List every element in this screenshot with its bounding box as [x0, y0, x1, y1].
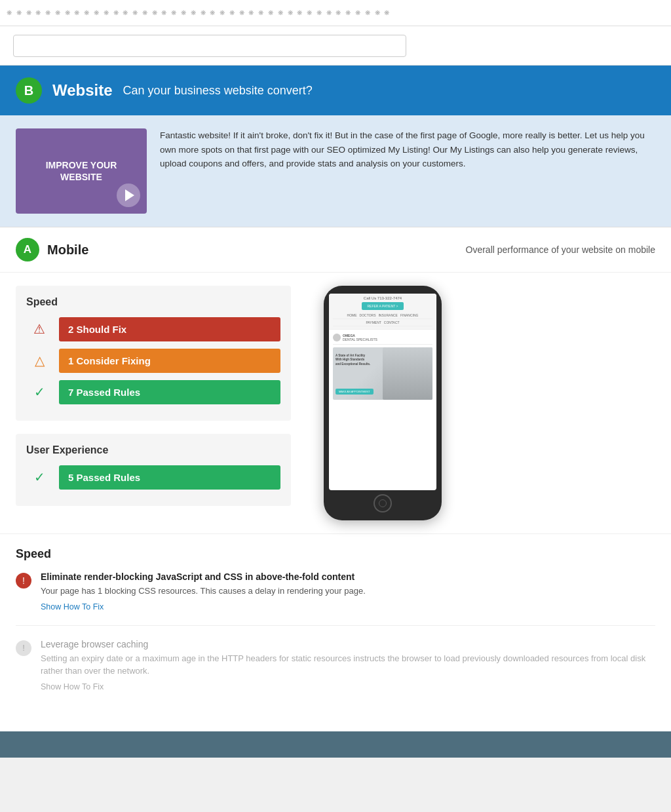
top-decorative-bar: ❋ ❋ ❋ ❋ ❋ ❋ ❋ ❋ ❋ ❋ ❋ ❋ ❋ ❋ ❋ ❋ ❋ ❋ ❋ ❋ …	[0, 0, 671, 26]
speed-group-title: Speed	[26, 296, 280, 308]
speed-score-group: Speed ⚠ 2 Should Fix △ 1 Consider Fixing…	[16, 286, 291, 421]
speed-issues-title: Speed	[16, 547, 655, 561]
issue-warning-icon: !	[16, 640, 31, 656]
issue-desc-2: Setting an expiry date or a maximum age …	[41, 652, 655, 678]
mobile-section-header: A Mobile Overall performance of your web…	[0, 227, 671, 273]
consider-fix-bar: 1 Consider Fixing	[59, 349, 280, 373]
mobile-header-left: A Mobile	[16, 238, 88, 261]
content-area: Speed ⚠ 2 Should Fix △ 1 Consider Fixing…	[0, 273, 671, 533]
play-button[interactable]	[117, 184, 140, 207]
phone-nav-2: PAYMENT CONTACT	[333, 319, 432, 326]
check-icon-ux: ✓	[26, 464, 52, 490]
warning-icon: △	[26, 347, 52, 374]
phone-outer: Call Us 713-322-7474 REFER A PATIENT > H…	[324, 286, 442, 520]
banner-title: Website	[52, 81, 113, 100]
issue-title-2: Leverage browser caching	[41, 639, 655, 649]
speed-issues-section: Speed ! Eliminate render-blocking JavaSc…	[0, 533, 671, 731]
issue-error-icon: !	[16, 573, 31, 589]
phone-logo-circle	[333, 334, 341, 341]
score-item-passed-rules-ux[interactable]: ✓ 5 Passed Rules	[26, 464, 280, 490]
banner-icon: B	[16, 77, 42, 104]
phone-cta-btn: REFER A PATIENT >	[362, 302, 403, 310]
banner-subtitle: Can your business website convert?	[123, 84, 313, 98]
score-item-consider-fixing[interactable]: △ 1 Consider Fixing	[26, 347, 280, 374]
search-input-container[interactable]	[13, 35, 406, 57]
phone-home-button[interactable]	[374, 494, 392, 512]
error-icon: ⚠	[26, 316, 52, 342]
issue-content-1: Eliminate render-blocking JavaScript and…	[41, 571, 366, 612]
issue-item-1: ! Eliminate render-blocking JavaScript a…	[16, 571, 655, 626]
phone-nav: HOME DOCTORS INSURANCE FINANCING	[333, 312, 432, 319]
phone-hero-cta: MAKE AN APPOINTMENT	[336, 389, 374, 395]
mobile-section-subtitle: Overall performance of your website on m…	[466, 244, 655, 255]
phone-hero-image: A State of Art Facility With High Standa…	[333, 347, 432, 400]
score-item-should-fix[interactable]: ⚠ 2 Should Fix	[26, 316, 280, 342]
footer	[0, 731, 671, 758]
issue-desc-1: Your page has 1 blocking CSS resources. …	[41, 585, 366, 598]
issue-item-2: ! Leverage browser caching Setting an ex…	[16, 639, 655, 705]
phone-logo-text: OMEGA DENTAL SPECIALISTS	[343, 334, 377, 341]
score-item-passed-rules-speed[interactable]: ✓ 7 Passed Rules	[26, 379, 280, 405]
phone-header: Call Us 713-322-7474 REFER A PATIENT > H…	[329, 294, 436, 330]
info-description: Fantastic website! If it ain't broke, do…	[160, 128, 655, 171]
ux-score-group: User Experience ✓ 5 Passed Rules	[16, 434, 291, 506]
phone-content: OMEGA DENTAL SPECIALISTS A State of Art …	[329, 330, 436, 404]
show-how-to-link-1[interactable]: Show How To Fix	[41, 602, 104, 611]
mobile-section-icon: A	[16, 238, 39, 261]
issue-content-2: Leverage browser caching Setting an expi…	[41, 639, 655, 692]
left-panel: Speed ⚠ 2 Should Fix △ 1 Consider Fixing…	[16, 286, 291, 520]
thumbnail-text: IMPROVE YOUR WEBSITE	[46, 159, 117, 183]
issue-title-1: Eliminate render-blocking JavaScript and…	[41, 571, 366, 582]
phone-screen: Call Us 713-322-7474 REFER A PATIENT > H…	[329, 294, 436, 490]
phone-home-inner	[379, 499, 387, 507]
ux-group-title: User Experience	[26, 444, 280, 456]
phone-hero-person	[383, 347, 432, 400]
main-wrapper: B Website Can your business website conv…	[0, 66, 671, 731]
info-section: IMPROVE YOUR WEBSITE Fantastic website! …	[0, 115, 671, 227]
phone-logo-row: OMEGA DENTAL SPECIALISTS	[333, 334, 432, 345]
passed-rules-ux-bar: 5 Passed Rules	[59, 465, 280, 490]
phone-hero-text: A State of Art Facility With High Standa…	[336, 354, 370, 366]
search-bar-area	[0, 26, 671, 66]
deco-pattern: ❋ ❋ ❋ ❋ ❋ ❋ ❋ ❋ ❋ ❋ ❋ ❋ ❋ ❋ ❋ ❋ ❋ ❋ ❋ ❋ …	[7, 9, 391, 16]
show-how-to-link-2[interactable]: Show How To Fix	[41, 682, 104, 691]
info-thumbnail[interactable]: IMPROVE YOUR WEBSITE	[16, 128, 147, 214]
website-banner: B Website Can your business website conv…	[0, 66, 671, 115]
passed-rules-speed-bar: 7 Passed Rules	[59, 380, 280, 404]
phone-mockup: Call Us 713-322-7474 REFER A PATIENT > H…	[317, 286, 448, 520]
mobile-section-title: Mobile	[47, 242, 88, 258]
should-fix-bar: 2 Should Fix	[59, 317, 280, 341]
check-icon-speed: ✓	[26, 379, 52, 405]
